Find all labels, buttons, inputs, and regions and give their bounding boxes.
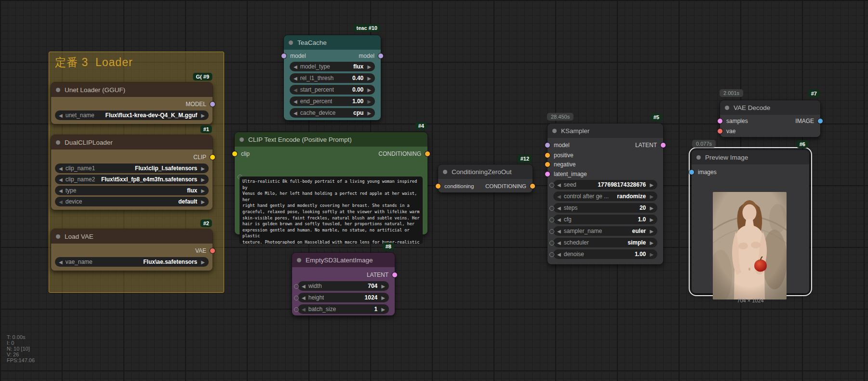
input-port-samples[interactable] — [718, 119, 722, 123]
increment-icon[interactable] — [201, 166, 205, 171]
increment-icon[interactable] — [367, 64, 371, 69]
increment-icon[interactable] — [650, 229, 654, 234]
node-empty-sd3-latent[interactable]: EmptySD3LatentImage LATENT width 704 hei… — [292, 252, 395, 316]
decrement-icon[interactable] — [557, 182, 561, 188]
widget-denoise[interactable]: denoise 1.00 — [553, 249, 657, 259]
widget-input-port[interactable] — [549, 241, 554, 245]
collapse-dot[interactable] — [56, 234, 60, 239]
decrement-icon[interactable] — [59, 177, 63, 182]
decrement-icon[interactable] — [59, 166, 63, 171]
output-port-clip[interactable] — [210, 155, 215, 160]
collapse-dot[interactable] — [289, 41, 293, 45]
group-title[interactable]: 定番 3 Loader — [49, 52, 224, 73]
output-port-model[interactable] — [210, 102, 215, 107]
decrement-icon[interactable] — [59, 259, 63, 265]
increment-icon[interactable] — [650, 182, 654, 188]
prompt-textarea[interactable]: Ultra-realistic 8k full-body portrait of… — [240, 177, 423, 244]
decrement-icon[interactable] — [557, 252, 561, 257]
node-graph-canvas[interactable]: 定番 3 Loader G( #9 #1 #2 teac #10 #4 #12 … — [0, 0, 868, 381]
widget-cache-device[interactable]: cache_device cpu — [290, 108, 375, 118]
widget-clip-name2[interactable]: clip_name2 Flux\t5xxl_fp8_e4m3fn.safeten… — [55, 175, 209, 184]
output-port-conditioning[interactable] — [425, 151, 430, 156]
node-teacache[interactable]: TeaCache model model model_type flux rel… — [283, 35, 381, 121]
input-port-latent-image[interactable] — [545, 172, 550, 177]
input-port-vae[interactable] — [718, 129, 722, 134]
widget-input-port[interactable] — [549, 206, 554, 211]
increment-icon[interactable] — [650, 217, 654, 222]
widget-height[interactable]: height 1024 — [298, 293, 389, 302]
node-preview-image[interactable]: Preview Image images — [691, 150, 810, 294]
output-port-model[interactable] — [378, 54, 383, 58]
increment-icon[interactable] — [650, 240, 654, 245]
decrement-icon[interactable] — [59, 113, 63, 118]
widget-input-port[interactable] — [549, 229, 554, 234]
node-load-vae[interactable]: Load VAE VAE vae_name Flux\ae.safetensor… — [51, 229, 213, 271]
increment-icon[interactable] — [650, 205, 654, 211]
widget-unet-name[interactable]: unet_name Flux\flux1-krea-dev-Q4_K_M.ggu… — [55, 110, 209, 120]
collapse-dot[interactable] — [443, 170, 447, 174]
increment-icon[interactable] — [201, 188, 205, 193]
widget-width[interactable]: width 704 — [298, 281, 389, 291]
widget-sampler-name[interactable]: sampler_name euler — [553, 226, 657, 236]
decrement-icon[interactable] — [59, 199, 63, 204]
decrement-icon[interactable] — [302, 295, 306, 300]
increment-icon[interactable] — [367, 110, 371, 116]
increment-icon[interactable] — [381, 295, 385, 300]
widget-vae-name[interactable]: vae_name Flux\ae.safetensors — [55, 257, 209, 267]
collapse-dot[interactable] — [56, 140, 60, 145]
increment-icon[interactable] — [650, 252, 654, 257]
widget-input-port[interactable] — [294, 307, 299, 312]
decrement-icon[interactable] — [557, 217, 561, 222]
collapse-dot[interactable] — [240, 137, 244, 142]
increment-icon[interactable] — [201, 199, 205, 204]
decrement-icon[interactable] — [302, 284, 306, 289]
widget-seed[interactable]: seed 177698174328676 — [553, 180, 657, 190]
decrement-icon[interactable] — [294, 87, 297, 93]
node-dual-clip-loader[interactable]: DualCLIPLoader CLIP clip_name1 Flux\clip… — [51, 135, 213, 210]
node-unet-loader[interactable]: Unet Loader (GGUF) MODEL unet_name Flux\… — [51, 82, 213, 124]
collapse-dot[interactable] — [552, 129, 557, 133]
input-port-negative[interactable] — [545, 162, 550, 167]
output-port-latent[interactable] — [392, 272, 397, 277]
input-port-model[interactable] — [281, 54, 286, 58]
widget-control-after-generate[interactable]: control after ge ... randomize — [553, 191, 657, 201]
decrement-icon[interactable] — [59, 188, 63, 193]
decrement-icon[interactable] — [557, 194, 561, 199]
decrement-icon[interactable] — [557, 229, 561, 234]
widget-model-type[interactable]: model_type flux — [290, 62, 375, 71]
increment-icon[interactable] — [201, 259, 205, 265]
node-conditioning-zero-out[interactable]: ConditioningZeroOut conditioning CONDITI… — [438, 164, 533, 193]
input-port-model[interactable] — [545, 143, 550, 148]
decrement-icon[interactable] — [294, 99, 297, 104]
output-port-latent[interactable] — [661, 143, 666, 148]
node-vae-decode[interactable]: VAE Decode samples IMAGE vae — [720, 100, 821, 137]
output-port-image[interactable] — [818, 119, 823, 123]
increment-icon[interactable] — [201, 177, 205, 182]
increment-icon[interactable] — [201, 113, 205, 118]
input-port-conditioning[interactable] — [436, 184, 441, 189]
decrement-icon[interactable] — [294, 64, 297, 69]
preview-image[interactable] — [713, 192, 787, 299]
widget-start-percent[interactable]: start_percent 0.00 — [290, 85, 375, 95]
widget-input-port[interactable] — [549, 252, 554, 257]
increment-icon[interactable] — [367, 87, 371, 93]
widget-end-percent[interactable]: end_percent 1.00 — [290, 96, 375, 106]
widget-rel-l1-thresh[interactable]: rel_l1_thresh 0.40 — [290, 73, 375, 83]
widget-input-port[interactable] — [294, 284, 299, 289]
widget-input-port[interactable] — [549, 218, 554, 222]
widget-cfg[interactable]: cfg 1.0 — [553, 215, 657, 224]
output-port-conditioning[interactable] — [530, 184, 535, 189]
decrement-icon[interactable] — [557, 240, 561, 245]
increment-icon[interactable] — [367, 76, 371, 81]
increment-icon[interactable] — [381, 284, 385, 289]
increment-icon[interactable] — [367, 99, 371, 104]
widget-device[interactable]: device default — [55, 197, 209, 206]
input-port-clip[interactable] — [232, 151, 237, 156]
collapse-dot[interactable] — [56, 88, 60, 92]
collapse-dot[interactable] — [297, 258, 301, 262]
output-port-vae[interactable] — [210, 248, 215, 253]
widget-steps[interactable]: steps 20 — [553, 203, 657, 213]
input-port-images[interactable] — [689, 170, 694, 175]
collapse-dot[interactable] — [725, 106, 729, 110]
increment-icon[interactable] — [381, 307, 385, 312]
